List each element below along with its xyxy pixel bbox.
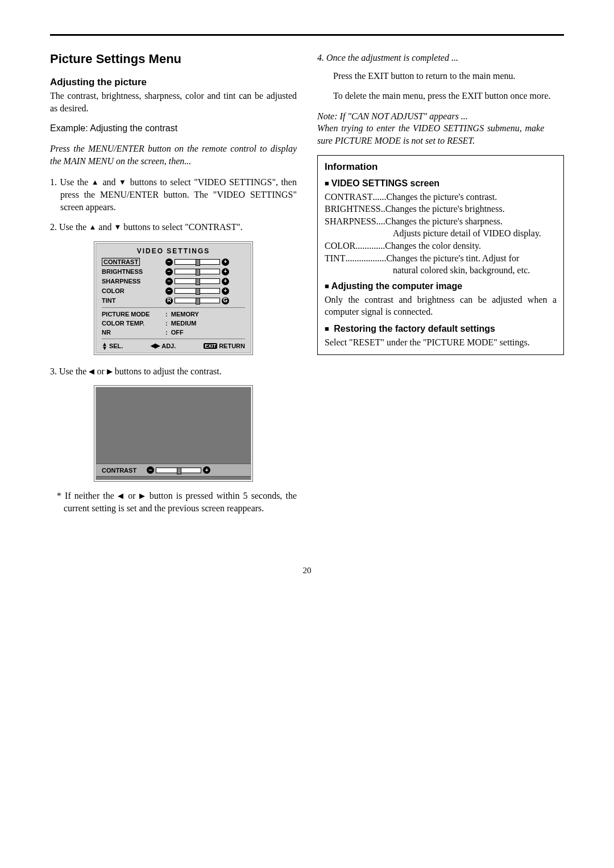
slider — [175, 259, 220, 265]
def-contrast: CONTRAST ...... Changes the picture's co… — [325, 191, 557, 203]
slider — [175, 278, 220, 284]
down-arrow-icon: ▼ — [119, 178, 127, 186]
osd-divider — [102, 307, 245, 308]
definitions: CONTRAST ...... Changes the picture's co… — [325, 191, 557, 277]
plus-icon: + — [222, 258, 229, 266]
right-arrow-icon: ▶ — [107, 367, 113, 375]
page-columns: Picture Settings Menu Adjusting the pict… — [50, 52, 564, 515]
osd-big-label: CONTRAST — [102, 467, 136, 474]
footnote: * If neither the ◀ or ▶ button is presse… — [50, 490, 297, 514]
step-4b: To delete the main menu, press the EXIT … — [333, 90, 564, 102]
def-tint: TINT .................. Changes the pict… — [325, 252, 557, 265]
g-icon: G — [222, 297, 229, 304]
intro-paragraph: The contrast, brightness, sharpness, col… — [50, 90, 297, 114]
step-2: 2. Use the ▲ and ▼ buttons to select "CO… — [50, 221, 297, 233]
leftright-arrows-icon: ◀▶ — [151, 342, 160, 349]
info-p3: Select "RESET" under the "PICTURE MODE" … — [325, 336, 557, 349]
osd-contrast-preview: CONTRAST − + — [94, 385, 253, 482]
square-bullet-icon: ■ — [325, 324, 329, 333]
step-1: 1. Use the ▲ and ▼ buttons to select "VI… — [50, 176, 297, 213]
left-arrow-icon: ◀ — [118, 491, 125, 500]
up-arrow-icon: ▲ — [92, 178, 99, 186]
info-p2: Only the contrast and brightness can be … — [325, 294, 557, 318]
updown-arrows-icon: ▲▼ — [102, 342, 107, 350]
steps-list: 1. Use the ▲ and ▼ buttons to select "VI… — [50, 176, 297, 233]
def-brightness: BRIGHTNESS .. Changes the picture's brig… — [325, 203, 557, 215]
square-bullet-icon: ■ — [325, 179, 329, 187]
top-divider — [50, 34, 564, 36]
osd-row-color-temp: COLOR TEMP. : MEDIUM — [102, 319, 245, 328]
def-sharpness: SHARPNESS .... Changes the picture's sha… — [325, 215, 557, 228]
down-arrow-icon: ▼ — [114, 223, 121, 231]
step-4: 4. Once the adjustment is completed ... — [317, 52, 564, 64]
osd-big-bar: CONTRAST − + — [96, 464, 251, 477]
def-tint-2: natural colored skin, background, etc. — [325, 264, 557, 277]
osd-inner: VIDEO SETTINGS CONTRAST − + BRIGHTNESS −… — [96, 243, 251, 353]
info-title: Information — [325, 161, 557, 173]
information-box: Information ■VIDEO SETTINGS screen CONTR… — [317, 155, 564, 355]
osd-menu: VIDEO SETTINGS CONTRAST − + BRIGHTNESS −… — [94, 241, 253, 355]
slider — [175, 288, 220, 294]
left-column: Picture Settings Menu Adjusting the pict… — [50, 52, 297, 515]
osd-row-color: COLOR − + — [102, 286, 245, 296]
info-sub-restoring: ■ Restoring the factory default settings — [325, 324, 557, 334]
osd-row-contrast: CONTRAST − + — [102, 257, 245, 267]
def-color: COLOR ............. Changes the color de… — [325, 240, 557, 252]
page-title: Picture Settings Menu — [50, 52, 297, 66]
osd-divider — [102, 339, 245, 339]
plus-icon: + — [222, 268, 229, 276]
minus-icon: − — [165, 278, 173, 285]
note-block: Note: If "CAN NOT ADJUST" appears ... Wh… — [317, 110, 544, 147]
plus-icon: + — [222, 287, 229, 295]
osd-footer: ▲▼SEL. ◀▶ADJ. EXITRETURN — [102, 341, 245, 350]
plus-icon: + — [203, 466, 210, 474]
step-3: 3. Use the ◀ or ▶ buttons to adjust the … — [50, 365, 297, 378]
osd-row-tint: TINT R G — [102, 296, 245, 306]
slider — [175, 298, 220, 303]
section-heading-adjusting: Adjusting the picture — [50, 77, 297, 88]
slider — [175, 269, 220, 274]
osd-row-sharpness: SHARPNESS − + — [102, 277, 245, 286]
minus-icon: − — [165, 287, 173, 295]
minus-icon: − — [147, 466, 154, 474]
right-column: 4. Once the adjustment is completed ... … — [317, 52, 564, 515]
press-intro: Press the MENU/ENTER button on the remot… — [50, 143, 297, 167]
plus-icon: + — [222, 278, 229, 285]
step-4a: Press the EXIT button to return to the m… — [333, 70, 564, 82]
slider — [156, 468, 201, 473]
square-bullet-icon: ■ — [325, 282, 329, 290]
exit-badge-icon: EXIT — [204, 343, 217, 349]
steps-list-2: 3. Use the ◀ or ▶ buttons to adjust the … — [50, 365, 297, 378]
osd-row-picture-mode: PICTURE MODE : MEMORY — [102, 310, 245, 319]
minus-icon: − — [165, 258, 173, 266]
page-number: 20 — [50, 566, 564, 575]
right-arrow-icon: ▶ — [139, 491, 146, 500]
info-sub-computer: ■Adjusting the computer image — [325, 281, 557, 291]
up-arrow-icon: ▲ — [89, 223, 96, 231]
example-label: Example: Adjusting the contrast — [50, 123, 297, 133]
osd-title: VIDEO SETTINGS — [102, 247, 245, 255]
left-arrow-icon: ◀ — [89, 367, 94, 375]
osd-row-brightness: BRIGHTNESS − + — [102, 267, 245, 277]
minus-icon: − — [165, 268, 173, 276]
r-icon: R — [165, 297, 173, 304]
def-sharpness-2: Adjusts picture detail of VIDEO display. — [325, 227, 557, 240]
osd-row-nr: NR : OFF — [102, 328, 245, 337]
info-sub-video-settings: ■VIDEO SETTINGS screen — [325, 178, 557, 189]
